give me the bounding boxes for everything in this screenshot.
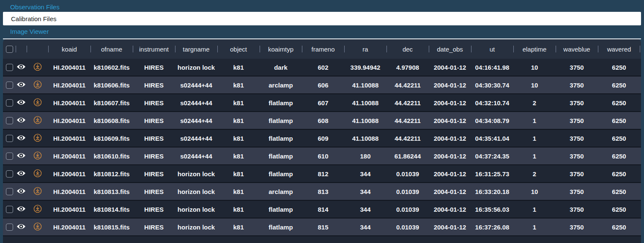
- download-button[interactable]: [33, 63, 42, 72]
- download-icon: [33, 169, 42, 179]
- download-button[interactable]: [33, 98, 42, 108]
- row-select-checkbox[interactable]: [6, 135, 13, 142]
- cell-ra: 344: [344, 201, 386, 218]
- cell-ra: 344: [344, 183, 386, 200]
- cell-koaimtyp: flatlamp: [260, 94, 302, 111]
- cell-koaimtyp: arclamp: [260, 76, 302, 93]
- column-header-ofname[interactable]: ofname: [90, 39, 133, 59]
- download-button-cell: [27, 76, 48, 93]
- column-header-wavered[interactable]: wavered: [598, 39, 640, 59]
- cell-elaptime: 2: [513, 94, 556, 111]
- cell-ofname: k810813.fits: [90, 183, 133, 200]
- column-header-koaimtyp[interactable]: koaimtyp: [260, 39, 302, 59]
- cell-date_obs: 2004-01-12: [429, 112, 471, 129]
- download-button[interactable]: [33, 80, 42, 90]
- select-all-checkbox[interactable]: [6, 46, 13, 53]
- cell-dec: 0.01039: [386, 183, 429, 200]
- cell-object: k81: [217, 94, 260, 111]
- table-row[interactable]: HI.2004011k810607.fitsHIRESs02444+44k81f…: [3, 94, 641, 112]
- preview-button[interactable]: [16, 188, 26, 196]
- row-select-checkbox[interactable]: [6, 64, 13, 71]
- cell-object: k81: [217, 59, 260, 76]
- column-header-object[interactable]: object: [217, 39, 260, 59]
- cell-elaptime: 1: [513, 201, 556, 218]
- cell-koaid: HI.2004011: [48, 218, 90, 235]
- row-select-checkbox-cell: [3, 218, 16, 235]
- cell-koaimtyp: flatlamp: [260, 130, 302, 147]
- column-header-ra[interactable]: ra: [344, 39, 386, 59]
- row-select-checkbox[interactable]: [6, 153, 13, 160]
- column-header-koaid[interactable]: koaid: [48, 39, 90, 59]
- cell-instrument: HIRES: [133, 112, 175, 129]
- table-row[interactable]: HI.2004011k810602.fitsHIREShorizon lockk…: [3, 59, 641, 76]
- cell-elaptime: 10: [513, 59, 556, 76]
- cell-object: k81: [217, 218, 260, 235]
- cell-frameno: 607: [302, 94, 344, 111]
- column-header-waveblue[interactable]: waveblue: [556, 39, 598, 59]
- table-row[interactable]: HI.2004011k810606.fitsHIRESs02444+44k81a…: [3, 76, 641, 94]
- eye-icon: [16, 63, 26, 71]
- preview-button[interactable]: [16, 117, 26, 125]
- cell-targname: s02444+44: [175, 76, 217, 93]
- cell-koaid: HI.2004011: [48, 130, 90, 147]
- column-header-targname[interactable]: targname: [175, 39, 217, 59]
- column-header-elaptime[interactable]: elaptime: [513, 39, 556, 59]
- table-row[interactable]: HI.2004011k810813.fitsHIREShorizon lockk…: [3, 183, 641, 201]
- tab-observation-files[interactable]: Observation Files: [3, 2, 641, 12]
- row-select-checkbox[interactable]: [6, 82, 13, 89]
- table-row[interactable]: HI.2004011k810812.fitsHIREShorizon lockk…: [3, 165, 641, 183]
- cell-koaid: HI.2004011: [48, 165, 90, 182]
- preview-button[interactable]: [16, 63, 26, 71]
- cell-object: k81: [217, 147, 260, 164]
- download-button[interactable]: [33, 187, 42, 197]
- table-row[interactable]: HI.2004011k810609.fitsHIRESs02444+44k81f…: [3, 130, 641, 147]
- download-button[interactable]: [33, 222, 42, 232]
- column-header-dec[interactable]: dec: [386, 39, 429, 59]
- preview-button[interactable]: [16, 134, 26, 142]
- cell-instrument: HIRES: [133, 76, 175, 93]
- cell-frameno: 815: [302, 218, 344, 235]
- preview-button-cell: [16, 130, 27, 147]
- download-button[interactable]: [33, 116, 42, 126]
- download-button[interactable]: [33, 134, 42, 143]
- download-button[interactable]: [33, 205, 42, 214]
- preview-button[interactable]: [16, 81, 26, 89]
- cell-ra: 41.10088: [344, 76, 386, 93]
- cell-ofname: k810608.fits: [90, 112, 133, 129]
- cell-ut: 04:35:41.04: [471, 130, 513, 147]
- row-select-checkbox[interactable]: [6, 99, 13, 106]
- cell-wavered: 6250: [598, 201, 640, 218]
- preview-button[interactable]: [16, 223, 26, 231]
- column-header-frameno[interactable]: frameno: [302, 39, 344, 59]
- row-select-checkbox[interactable]: [6, 224, 13, 231]
- row-select-checkbox[interactable]: [6, 188, 13, 195]
- row-select-checkbox[interactable]: [6, 206, 13, 213]
- tab-image-viewer[interactable]: Image Viewer: [3, 25, 641, 37]
- table-row[interactable]: HI.2004011k810608.fitsHIRESs02444+44k81f…: [3, 112, 641, 130]
- download-button[interactable]: [33, 151, 42, 161]
- table-row[interactable]: HI.2004011k810814.fitsHIREShorizon lockk…: [3, 201, 641, 218]
- download-button[interactable]: [33, 169, 42, 179]
- cell-frameno: 610: [302, 147, 344, 164]
- row-select-checkbox[interactable]: [6, 170, 13, 177]
- column-header-instrument[interactable]: instrument: [133, 39, 175, 59]
- preview-button[interactable]: [16, 152, 26, 160]
- column-header-date_obs[interactable]: date_obs: [429, 39, 471, 59]
- download-button-cell: [27, 130, 48, 147]
- column-header-ut[interactable]: ut: [471, 39, 513, 59]
- download-button-cell: [27, 147, 48, 164]
- cell-waveblue: 3750: [556, 165, 598, 182]
- row-select-checkbox[interactable]: [6, 117, 13, 124]
- table-row[interactable]: HI.2004011k810815.fitsHIREShorizon lockk…: [3, 218, 641, 236]
- preview-button[interactable]: [16, 99, 26, 107]
- download-icon: [33, 63, 42, 72]
- tab-calibration-files[interactable]: Calibration Files: [3, 12, 641, 25]
- cell-waveblue: 3750: [556, 183, 598, 200]
- preview-button[interactable]: [16, 205, 26, 213]
- table-row[interactable]: HI.2004011k810610.fitsHIRESs02444+44k81f…: [3, 147, 641, 165]
- preview-button-cell: [16, 112, 27, 129]
- cell-ut: 16:35:56.03: [471, 201, 513, 218]
- eye-icon: [16, 134, 26, 142]
- cell-koaimtyp: flatlamp: [260, 147, 302, 164]
- preview-button[interactable]: [16, 170, 26, 178]
